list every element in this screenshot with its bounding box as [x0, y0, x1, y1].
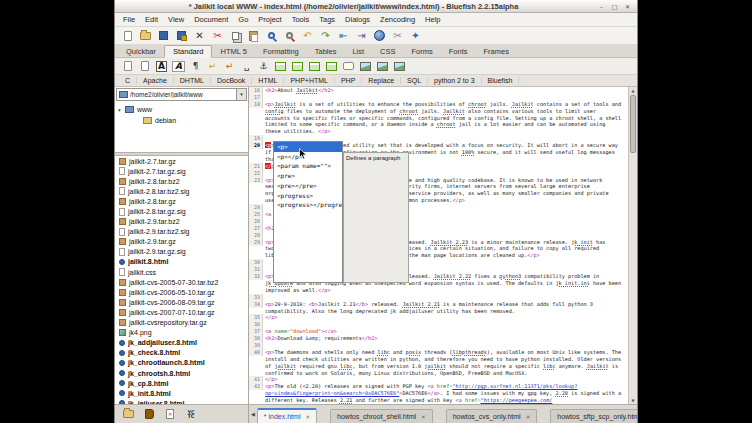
non-breaking-space-icon[interactable]: ␣ — [240, 60, 253, 73]
toolbar-tab[interactable]: CSS — [372, 46, 403, 57]
undo-icon[interactable]: ↶ — [301, 29, 314, 42]
code-line[interactable]: these utilities. </p> — [249, 128, 628, 135]
code-line[interactable]: different key. Releases 2.21 and further… — [249, 397, 628, 404]
cut-icon[interactable]: ✂ — [211, 29, 224, 42]
zencoding-icon[interactable]: ✦ — [409, 29, 422, 42]
snippet-tab[interactable]: HTML — [252, 77, 284, 84]
bold-icon[interactable]: A — [155, 60, 168, 73]
code-line[interactable]: limited to some specific command, or a d… — [249, 121, 628, 128]
toolbar-tab[interactable]: Formatting — [255, 46, 307, 57]
anchor-icon[interactable]: ⚓ — [257, 60, 270, 73]
menu-item[interactable]: Zencoding — [375, 14, 420, 25]
menu-item[interactable]: Tools — [287, 14, 315, 25]
expander-icon[interactable]: ▾ — [118, 107, 125, 113]
menu-item[interactable]: Edit — [140, 14, 163, 25]
find-icon[interactable] — [265, 29, 278, 42]
toolbar-tab[interactable]: Quickbar — [118, 46, 164, 57]
document-tab[interactable]: * index.html ✕ — [257, 408, 317, 423]
table-row-icon[interactable] — [291, 60, 304, 73]
menu-item[interactable]: Go — [233, 14, 253, 25]
document-tab[interactable]: howtos_sftp_scp_only.html ✕ — [550, 409, 637, 423]
file-item[interactable]: jailkit-2.9.tar.gz — [115, 237, 248, 247]
autocomplete-item[interactable]: <pre></pre> — [274, 181, 342, 191]
scroll-up-icon[interactable]: ▲ — [629, 87, 637, 94]
close-button[interactable]: ✕ — [623, 2, 632, 11]
file-item[interactable]: jk_addjailuser.8.html — [115, 338, 248, 348]
toolbar-tab[interactable]: Tables — [307, 46, 345, 57]
find-replace-icon[interactable] — [283, 29, 296, 42]
code-line[interactable]: of jailkit required gnu libc, but from v… — [249, 363, 628, 370]
code-line[interactable]: 18 <p>Jailkit is a set of utilities to e… — [249, 101, 628, 108]
table-data-icon[interactable] — [325, 60, 338, 73]
tree-item[interactable]: debian — [115, 115, 248, 126]
file-item[interactable]: jk4.png — [115, 328, 248, 338]
line-break-icon[interactable]: ↵ — [206, 60, 219, 73]
combo-dropdown-arrow[interactable]: ▾ — [236, 89, 246, 100]
titlebar[interactable]: * Jailkit local WWW - index.html (/home2… — [115, 0, 637, 13]
menu-item[interactable]: Dialogs — [340, 14, 375, 25]
snippet-tab[interactable]: Apache — [137, 77, 174, 84]
snippet-tab[interactable]: C — [119, 77, 137, 84]
code-line[interactable]: compatibility. Also the long deprecated … — [249, 308, 628, 315]
file-item[interactable]: jailkit-2.8.tar.gz.sig — [115, 206, 248, 216]
file-item[interactable]: jailkit-cvsrepository.tar.gz — [115, 318, 248, 328]
code-line[interactable]: 33 — [249, 294, 628, 301]
new-file-icon[interactable] — [121, 29, 134, 42]
tabs-scroll-left-icon[interactable]: ◀ — [249, 411, 257, 417]
autocomplete-item[interactable]: <p> — [274, 142, 342, 152]
code-line[interactable]: 34 <p>29-9-2019: <b>Jailkit 2.21</b> rel… — [249, 301, 628, 308]
break-clear-icon[interactable]: ↵ — [223, 60, 236, 73]
file-item[interactable]: jailkit-2.8.tar.gz — [115, 196, 248, 206]
minimize-button[interactable]: – — [597, 2, 606, 11]
file-item[interactable]: jailkit-cvs-2006-05-10.tar.gz — [115, 287, 248, 297]
toolbar-tab[interactable]: Frames — [476, 46, 517, 57]
scroll-down-icon[interactable]: ▼ — [629, 397, 637, 404]
autocomplete-item[interactable]: <pre> — [274, 171, 342, 181]
tree-item[interactable]: ▾ www — [115, 104, 248, 115]
tab-close-icon[interactable]: ✕ — [526, 414, 531, 420]
file-item[interactable]: jailkit-cvs-2006-08-09.tar.gz — [115, 297, 248, 307]
code-line[interactable]: 39 — [249, 342, 628, 349]
file-item[interactable]: jailkit-2.8.tar.bz2.sig — [115, 186, 248, 196]
unindent-icon[interactable]: ⇤ — [337, 29, 350, 42]
file-item[interactable]: jailkit-cvs-2007-07-10.tar.gz — [115, 307, 248, 317]
code-line[interactable]: improved as well.</p> — [249, 287, 628, 294]
file-item[interactable]: jailkit-2.7.tar.gz.sig — [115, 166, 248, 176]
code-line[interactable]: 35 </p> — [249, 314, 628, 321]
menu-item[interactable]: View — [163, 14, 189, 25]
code-line[interactable]: install and check utilities are written … — [249, 356, 628, 363]
document-tab[interactable]: howtos_chroot_shell.html ✕ — [330, 409, 433, 423]
menu-item[interactable]: Document — [189, 14, 233, 25]
snippet-tab[interactable]: Replace — [362, 77, 401, 84]
autocomplete-item[interactable]: <p></p> — [274, 152, 342, 162]
code-line[interactable]: accounts to specific files or specific c… — [249, 115, 628, 122]
scrollbar-thumb[interactable] — [630, 95, 636, 153]
multi-thumbnail-icon[interactable] — [393, 60, 406, 73]
snippet-tab[interactable]: DHTML — [174, 77, 211, 84]
insert-image-icon[interactable] — [359, 60, 372, 73]
tab-close-icon[interactable]: ✕ — [305, 414, 310, 420]
open-file-icon[interactable] — [139, 29, 152, 42]
code-line[interactable]: 16 <h2>About Jailkit</h2> — [249, 87, 628, 94]
filebrowser-tab-icon[interactable] — [122, 408, 134, 420]
charmap-tab-icon[interactable]: YC TC — [185, 408, 197, 420]
body-icon[interactable] — [138, 60, 151, 73]
menu-item[interactable]: Help — [420, 14, 445, 25]
snippets-tab-icon[interactable] — [164, 408, 176, 420]
file-item[interactable]: jk_chrootlaunch.8.html — [115, 358, 248, 368]
file-item[interactable]: jailkit-2.7.tar.gz — [115, 156, 248, 166]
preview-in-browser-icon[interactable] — [373, 29, 386, 42]
code-line[interactable]: 41 </p> — [249, 376, 628, 383]
toolbar-tab[interactable]: List — [344, 46, 372, 57]
paragraph-icon[interactable]: ¶ — [189, 60, 202, 73]
snippet-tab[interactable]: PHP+HTML — [284, 77, 335, 84]
file-item[interactable]: jk_chrootsh.8.html — [115, 368, 248, 378]
file-item[interactable]: jailkit-cvs-2005-07-30.tar.bz2 — [115, 277, 248, 287]
snippet-tab[interactable]: PHP — [335, 77, 362, 84]
maximize-button[interactable]: □ — [610, 2, 619, 11]
code-line[interactable]: confirmed to work on Solaris, many Linux… — [249, 370, 628, 377]
snippet-tab[interactable]: SQL — [401, 77, 428, 84]
code-line[interactable]: 36 — [249, 321, 628, 328]
snippet-tab[interactable]: python 2 to 3 — [428, 77, 481, 84]
code-line[interactable]: op=vindex&fingerprint=on&search=0xDAC576… — [249, 390, 628, 397]
